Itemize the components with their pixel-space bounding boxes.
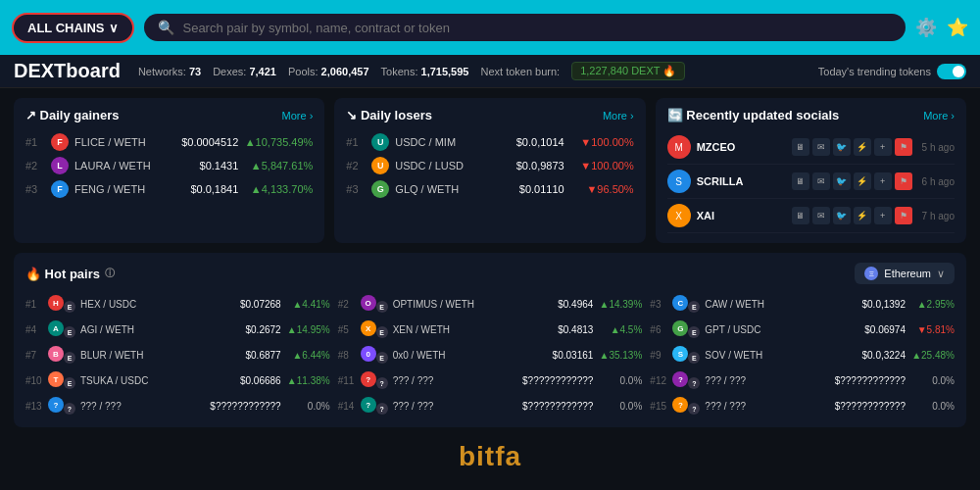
pair-change: ▲14.95%	[286, 324, 330, 335]
daily-gainers-card: ↗ Daily gainers More › #1 F FLICE / WETH…	[14, 98, 324, 243]
daily-gainers-more[interactable]: More ›	[282, 110, 314, 122]
add-icon[interactable]: +	[874, 138, 892, 156]
pair-icon-sub: E	[376, 326, 388, 338]
loser-row[interactable]: #2 U USDC / LUSD $0.0,9873 ▼100.00%	[346, 154, 633, 177]
monitor-icon[interactable]: 🖥	[792, 172, 809, 190]
twitter-icon[interactable]: 🐦	[833, 172, 851, 190]
github-icon[interactable]: ⚡	[854, 207, 871, 224]
pair-name: AGI / WETH	[80, 324, 218, 335]
gainer-row[interactable]: #3 F FENG / WETH $0.0,1841 ▲4,133.70%	[25, 177, 313, 201]
github-icon[interactable]: ⚡	[854, 172, 871, 190]
pair-row[interactable]: #1 H E HEX / USDC $0.07268 ▲4.41%	[25, 292, 330, 316]
pair-row[interactable]: #12 ? ? ??? / ??? $???????????? 0.0%	[650, 368, 955, 392]
pair-row[interactable]: #2 O E OPTIMUS / WETH $0.4964 ▲14.39%	[338, 292, 643, 316]
flag-icon[interactable]: ⚑	[895, 138, 912, 156]
token-price: $0.0004512	[165, 136, 238, 148]
token-icon: F	[51, 133, 69, 151]
pair-row[interactable]: #10 T E TSUKA / USDC $0.06686 ▲11.38%	[25, 368, 330, 392]
pair-rank: #9	[650, 350, 667, 361]
pair-row[interactable]: #13 ? ? ??? / ??? $???????????? 0.0%	[25, 394, 330, 417]
token-icon: U	[371, 157, 389, 174]
trending-label: Today's trending tokens	[818, 66, 931, 77]
pair-row[interactable]: #9 S E SOV / WETH $0.0,3224 ▲25.48%	[650, 343, 955, 367]
token-change: ▲4,133.70%	[244, 183, 313, 195]
github-icon[interactable]: ⚡	[854, 138, 871, 156]
pair-name: SOV / WETH	[705, 350, 842, 361]
daily-losers-more[interactable]: More ›	[603, 110, 634, 122]
social-time: 5 h ago	[922, 142, 955, 153]
pair-row[interactable]: #14 ? ? ??? / ??? $???????????? 0.0%	[338, 394, 643, 417]
all-chains-button[interactable]: ALL CHAINS ∨	[12, 13, 134, 43]
rank: #1	[346, 136, 366, 148]
monitor-icon[interactable]: 🖥	[792, 207, 809, 224]
pair-row[interactable]: #7 B E BLUR / WETH $0.6877 ▲6.44%	[25, 343, 330, 367]
next-burn-label: Next token burn:	[480, 66, 560, 77]
hot-pairs-header: 🔥 Hot pairs ⓘ Ξ Ethereum ∨	[25, 263, 955, 284]
pair-icon-main: S	[672, 346, 688, 362]
social-icons: 🖥 ✉ 🐦 ⚡ + ⚑	[792, 172, 912, 190]
cards-row: ↗ Daily gainers More › #1 F FLICE / WETH…	[14, 98, 966, 243]
pair-icon-main: T	[48, 371, 64, 387]
token-price: $0.0,1841	[165, 183, 238, 195]
pair-name: ??? / ???	[80, 401, 205, 412]
pair-row[interactable]: #6 G E GPT / USDC $0.06974 ▼5.81%	[650, 318, 955, 341]
pair-rank: #7	[25, 350, 43, 361]
pair-change: 0.0%	[598, 401, 642, 412]
token-icon: G	[371, 180, 389, 198]
add-icon[interactable]: +	[874, 207, 892, 224]
pair-icon-sub: E	[688, 352, 700, 364]
token-change: ▼100.00%	[570, 136, 634, 148]
pair-row[interactable]: #11 ? ? ??? / ??? $???????????? 0.0%	[338, 368, 643, 392]
pair-name: ??? / ???	[705, 375, 829, 386]
social-name: XAI	[697, 210, 786, 221]
pair-icon-sub: ?	[376, 403, 388, 415]
pair-row[interactable]: #4 A E AGI / WETH $0.2672 ▲14.95%	[25, 318, 330, 341]
socials-more[interactable]: More ›	[923, 110, 955, 122]
pair-rank: #15	[650, 401, 667, 412]
pair-rank: #14	[338, 401, 356, 412]
settings-icon[interactable]: ⚙️	[915, 17, 937, 38]
email-icon[interactable]: ✉	[812, 172, 830, 190]
token-price: $0.0,1014	[491, 136, 564, 148]
network-selector[interactable]: Ξ Ethereum ∨	[855, 263, 955, 284]
pair-icons: ? ?	[361, 397, 388, 415]
pair-icons: B E	[48, 346, 75, 364]
pair-row[interactable]: #15 ? ? ??? / ??? $???????????? 0.0%	[650, 394, 955, 417]
pair-name: CAW / WETH	[705, 299, 842, 310]
loser-row[interactable]: #1 U USDC / MIM $0.0,1014 ▼100.00%	[346, 130, 633, 154]
pair-icons: A E	[48, 320, 75, 338]
flag-icon[interactable]: ⚑	[895, 172, 912, 190]
network-label: Ethereum	[884, 268, 931, 279]
pair-change: 0.0%	[910, 375, 955, 386]
gainer-row[interactable]: #1 F FLICE / WETH $0.0004512 ▲10,735.49%	[25, 130, 313, 154]
pair-icon-sub: ?	[376, 377, 388, 389]
loser-row[interactable]: #3 G GLQ / WETH $0.01110 ▼96.50%	[346, 177, 633, 201]
pair-row[interactable]: #8 0 E 0x0 / WETH $0.03161 ▲35.13%	[338, 343, 643, 367]
pair-rank: #2	[338, 299, 356, 310]
flag-icon[interactable]: ⚑	[895, 207, 912, 224]
trending-toggle-switch[interactable]	[937, 64, 966, 79]
email-icon[interactable]: ✉	[812, 138, 830, 156]
pair-icons: ? ?	[672, 371, 700, 389]
monitor-icon[interactable]: 🖥	[792, 138, 809, 156]
gainer-row[interactable]: #2 L LAURA / WETH $0.1431 ▲5,847.61%	[25, 154, 313, 177]
email-icon[interactable]: ✉	[812, 207, 830, 224]
twitter-icon[interactable]: 🐦	[833, 207, 851, 224]
socials-card: 🔄 Recently updated socials More › M MZCE…	[656, 98, 966, 243]
pair-icons: 0 E	[361, 346, 388, 364]
pair-row[interactable]: #5 X E XEN / WETH $0.4813 ▲4.5%	[338, 318, 643, 341]
pair-row[interactable]: #3 C E CAW / WETH $0.0,1392 ▲2.95%	[650, 292, 955, 316]
daily-gainers-header: ↗ Daily gainers More ›	[25, 108, 313, 122]
pair-name: XEN / WETH	[393, 324, 530, 335]
social-icons: 🖥 ✉ 🐦 ⚡ + ⚑	[792, 138, 912, 156]
twitter-icon[interactable]: 🐦	[833, 138, 851, 156]
token-icon: L	[51, 157, 69, 174]
pair-change: 0.0%	[598, 375, 642, 386]
pair-price: $0.03161	[534, 350, 593, 361]
add-icon[interactable]: +	[874, 172, 892, 190]
sub-header: DEXTboard Networks: 73 Dexes: 7,421 Pool…	[0, 55, 980, 88]
token-price: $0.1431	[165, 160, 238, 172]
search-input[interactable]	[182, 21, 892, 35]
nav-icons: ⚙️ ⭐	[915, 17, 968, 38]
star-icon[interactable]: ⭐	[947, 17, 968, 38]
